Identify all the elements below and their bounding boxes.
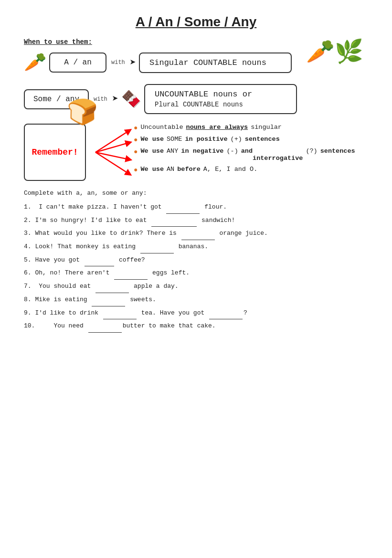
exercises-list: 1. I can't make pizza. I haven't got flo… bbox=[24, 201, 368, 333]
exercise-9: 9. I'd like to drink tea. Have you got ? bbox=[24, 307, 368, 320]
blank-3 bbox=[181, 228, 215, 240]
remember-box: Remember! bbox=[24, 124, 86, 181]
page-title: A / An / Some / Any bbox=[24, 14, 368, 30]
blank-4 bbox=[140, 241, 174, 253]
row-a-an: 🥕 A / an with ➤ Singular COUNTABLE nouns bbox=[24, 52, 368, 74]
exercise-6: 6. Oh, no! There aren't eggs left. bbox=[24, 267, 368, 280]
blank-2 bbox=[151, 215, 197, 227]
bullet-2: We use SOME in positive (+)sentences bbox=[134, 136, 355, 144]
carrot-icon-left: 🥕 bbox=[24, 52, 46, 74]
exercise-3: 3. What would you like to drink? There i… bbox=[24, 228, 368, 240]
blank-9a bbox=[103, 307, 137, 320]
blank-6 bbox=[114, 267, 148, 280]
arrow-icon-1: ➤ bbox=[130, 56, 136, 69]
bullet-1: Uncountable nouns are always singular bbox=[134, 124, 355, 132]
with-label-1: with bbox=[111, 59, 125, 66]
blank-7 bbox=[95, 281, 129, 293]
arrows-svg bbox=[86, 124, 134, 181]
exercise-2: 2. I'm so hungry! I'd like to eat sandwi… bbox=[24, 215, 368, 227]
exercise-8: 8. Mike is eating sweets. bbox=[24, 294, 368, 306]
chocolate-icon: 🍫 bbox=[121, 89, 141, 109]
exercise-5: 5. Have you got coffee? bbox=[24, 254, 368, 267]
blank-8 bbox=[92, 294, 125, 306]
exercise-4: 4. Look! That monkey is eating bananas. bbox=[24, 241, 368, 253]
remember-label: Remember! bbox=[32, 147, 78, 157]
bullet-3: We use ANY in negative (-) and interroga… bbox=[134, 147, 355, 162]
arrow-icon-2: ➤ bbox=[112, 93, 118, 105]
blank-10 bbox=[88, 320, 122, 333]
exercises-title: Complete with a, an, some or any: bbox=[24, 190, 368, 197]
uncountable-line2: Plural COUNTABLE nouns bbox=[155, 101, 286, 108]
bullet-list: Uncountable nouns are always singular We… bbox=[134, 124, 355, 178]
bullet-4: We use AN before A, E, I and O. bbox=[134, 166, 355, 174]
blank-1 bbox=[166, 201, 200, 214]
singular-countable-result: Singular COUNTABLE nouns bbox=[139, 53, 292, 73]
svg-line-0 bbox=[95, 131, 129, 152]
arrows-container bbox=[86, 124, 134, 181]
a-an-label: A / an bbox=[49, 53, 106, 73]
uncountable-line1: UNCOUNTABLE nouns or bbox=[155, 90, 286, 99]
blank-5 bbox=[85, 254, 114, 267]
remember-section: 🍞 Remember! bbox=[24, 124, 368, 181]
blank-9b bbox=[209, 307, 243, 320]
svg-line-1 bbox=[95, 143, 129, 152]
exercise-10: 10. You need butter to make that cake. bbox=[24, 320, 368, 333]
exercise-1: 1. I can't make pizza. I haven't got flo… bbox=[24, 201, 368, 214]
uncountable-result: UNCOUNTABLE nouns or Plural COUNTABLE no… bbox=[144, 84, 297, 114]
exercise-7: 7. You should eat apple a day. bbox=[24, 281, 368, 293]
